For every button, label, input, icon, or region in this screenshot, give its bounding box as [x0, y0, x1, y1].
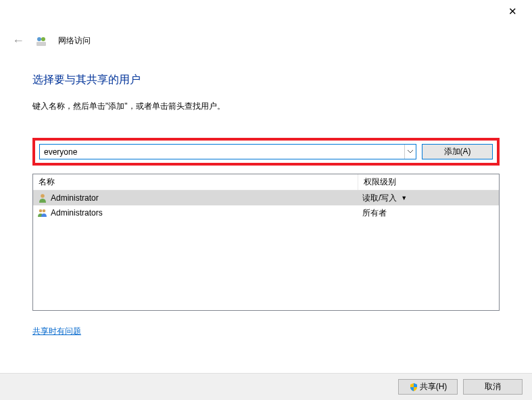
- svg-point-1: [41, 37, 45, 41]
- user-icon: [37, 193, 48, 203]
- add-button[interactable]: 添加(A): [422, 144, 493, 159]
- page-subtext: 键入名称，然后单击"添加"，或者单击箭头查找用户。: [32, 101, 500, 112]
- chevron-down-icon: ▼: [401, 195, 407, 201]
- chevron-down-icon: [408, 150, 413, 153]
- network-icon: [35, 35, 47, 47]
- user-icon: [37, 207, 48, 218]
- row-perm-label: 所有者: [362, 207, 387, 219]
- column-header-permission[interactable]: 权限级别: [358, 174, 499, 190]
- window-title: 网络访问: [58, 35, 91, 47]
- row-name-label: Administrators: [51, 208, 103, 218]
- user-table: 名称 权限级别 Administrator读取/写入▼Administrator…: [32, 174, 500, 311]
- svg-point-5: [43, 209, 46, 213]
- column-header-name[interactable]: 名称: [33, 174, 358, 190]
- svg-rect-2: [37, 42, 46, 46]
- row-name-cell: Administrators: [33, 207, 358, 218]
- row-perm-cell: 所有者: [358, 207, 499, 219]
- row-perm-cell[interactable]: 读取/写入▼: [358, 193, 499, 204]
- user-combo: [39, 144, 416, 159]
- share-button-label: 共享(H): [420, 381, 448, 393]
- combo-dropdown-button[interactable]: [404, 145, 416, 159]
- footer: 共享(H) 取消: [0, 373, 532, 400]
- row-name-cell: Administrator: [33, 193, 358, 203]
- table-row[interactable]: Administrators所有者: [33, 205, 499, 220]
- table-body: Administrator读取/写入▼Administrators所有者: [33, 191, 499, 220]
- svg-point-4: [39, 209, 43, 213]
- input-highlight-box: 添加(A): [32, 138, 500, 166]
- close-button[interactable]: ✕: [502, 5, 523, 19]
- help-link[interactable]: 共享时有问题: [32, 326, 81, 337]
- back-arrow-icon[interactable]: ←: [12, 34, 24, 48]
- user-input[interactable]: [40, 145, 404, 159]
- row-perm-label: 读取/写入: [362, 193, 397, 204]
- nav-area: ← 网络访问: [12, 34, 91, 48]
- cancel-button[interactable]: 取消: [463, 379, 523, 395]
- row-name-label: Administrator: [51, 193, 99, 203]
- page-heading: 选择要与其共享的用户: [32, 73, 500, 87]
- svg-point-3: [41, 194, 45, 198]
- table-header: 名称 权限级别: [33, 174, 499, 191]
- shield-icon: [409, 382, 418, 392]
- svg-point-0: [37, 37, 41, 41]
- table-row[interactable]: Administrator读取/写入▼: [33, 191, 499, 205]
- content-area: 选择要与其共享的用户 键入名称，然后单击"添加"，或者单击箭头查找用户。 添加(…: [32, 73, 500, 337]
- share-button[interactable]: 共享(H): [398, 379, 458, 395]
